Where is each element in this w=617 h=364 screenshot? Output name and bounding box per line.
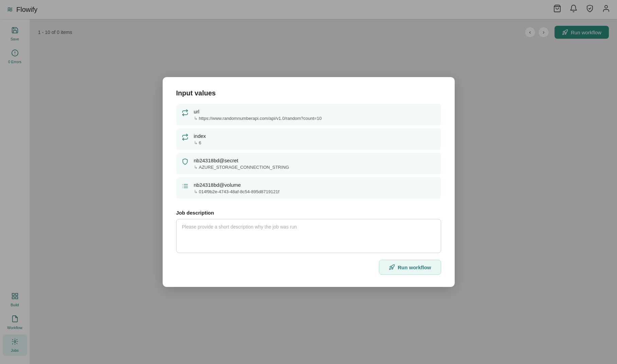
input-item-index: index 6 — [176, 128, 441, 150]
arrows-icon-index — [182, 134, 189, 142]
input-index-name: index — [194, 133, 206, 139]
input-item-secret-content: nb24318bd@secret AZURE_STORAGE_CONNECTIO… — [194, 158, 289, 170]
modal-run-workflow-label: Run workflow — [398, 265, 431, 270]
input-item-volume-content: nb24318bd@volume 014f9b2e-4743-48af-8c54… — [194, 182, 279, 194]
job-description-label: Job description — [176, 210, 441, 216]
modal-run-workflow-button[interactable]: Run workflow — [379, 260, 441, 275]
input-item-url-content: url https://www.randomnumberapi.com/api/… — [194, 109, 322, 121]
input-item-url: url https://www.randomnumberapi.com/api/… — [176, 104, 441, 126]
input-index-value: 6 — [194, 140, 206, 145]
job-description-textarea[interactable] — [176, 219, 441, 253]
input-item-volume: nb24318bd@volume 014f9b2e-4743-48af-8c54… — [176, 177, 441, 199]
shield-icon-secret — [182, 158, 189, 167]
input-item-secret: nb24318bd@secret AZURE_STORAGE_CONNECTIO… — [176, 153, 441, 175]
modal-footer: Run workflow — [176, 260, 441, 275]
volume-icon — [182, 183, 189, 191]
input-item-index-content: index 6 — [194, 133, 206, 145]
input-secret-value: AZURE_STORAGE_CONNECTION_STRING — [194, 165, 289, 170]
input-url-name: url — [194, 109, 322, 114]
arrows-icon-url — [182, 109, 189, 118]
input-volume-value: 014f9b2e-4743-48af-8c54-895d8719121f — [194, 189, 279, 194]
modal-title: Input values — [176, 89, 441, 97]
modal: Input values url https://www.randomnumbe… — [163, 77, 455, 287]
input-volume-name: nb24318bd@volume — [194, 182, 279, 188]
modal-overlay: Input values url https://www.randomnumbe… — [0, 0, 617, 364]
input-secret-name: nb24318bd@secret — [194, 158, 289, 163]
input-values-list: url https://www.randomnumberapi.com/api/… — [176, 104, 441, 202]
input-url-value: https://www.randomnumberapi.com/api/v1.0… — [194, 116, 322, 121]
modal-rocket-icon — [389, 264, 395, 270]
